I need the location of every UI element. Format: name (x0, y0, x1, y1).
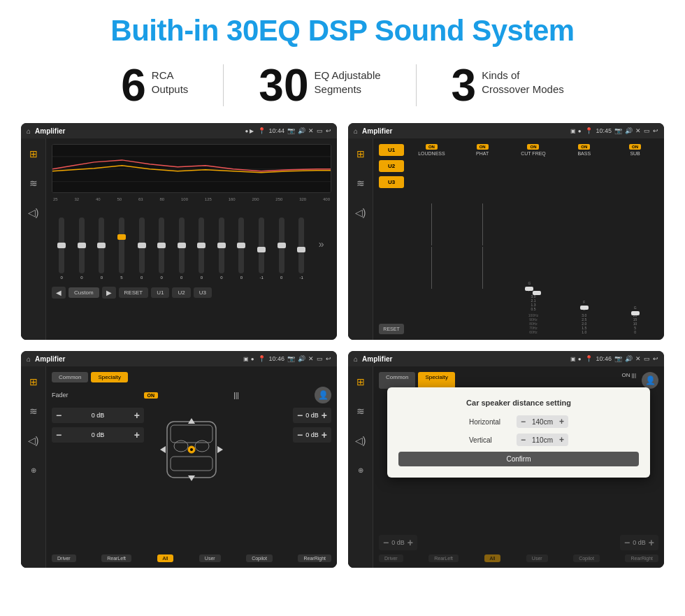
fader-controls-right: − 0 dB + − 0 dB + (239, 408, 331, 550)
fader-on-badge[interactable]: ON (144, 392, 159, 399)
home-icon-fader[interactable]: ⌂ (27, 355, 31, 363)
fader-tabs: Common Specialty (52, 372, 331, 382)
amp-u2-btn[interactable]: U2 (379, 160, 404, 172)
horizontal-plus-btn[interactable]: + (559, 417, 564, 427)
speaker-icon[interactable]: ◁) (25, 204, 42, 221)
stats-row: 6 RCA Outputs 30 EQ Adjustable Segments … (21, 63, 664, 108)
db-plus-rr[interactable]: + (322, 429, 327, 440)
fader-header-row: Fader ON ||| 👤 (52, 387, 331, 403)
surround-icon-dist[interactable]: ⊕ (352, 461, 369, 478)
eq-u3-btn[interactable]: U3 (194, 287, 212, 298)
back-icon-dist[interactable]: ↩ (653, 355, 658, 362)
rear-right-btn[interactable]: RearRight (298, 554, 331, 562)
wave-icon-fader[interactable]: ≋ (25, 403, 42, 420)
all-btn[interactable]: All (157, 554, 174, 562)
home-icon-dist[interactable]: ⌂ (354, 355, 358, 363)
vertical-plus-btn[interactable]: + (559, 435, 564, 445)
amp-u1-btn[interactable]: U1 (379, 144, 404, 156)
eq-reset-btn[interactable]: RESET (119, 287, 149, 298)
amp-u3-btn[interactable]: U3 (379, 176, 404, 188)
screen-amplifier: ⌂ Amplifier ▣ ● 📍 10:45 📷 🔊 ✕ ▭ ↩ ⊞ ≋ ◁) (348, 123, 664, 340)
location-icon-dist: 📍 (585, 355, 593, 362)
home-icon[interactable]: ⌂ (27, 127, 31, 135)
db-minus-rl[interactable]: − (56, 429, 62, 440)
db-plus-rl[interactable]: + (134, 429, 140, 440)
surround-icon-fader[interactable]: ⊕ (25, 461, 42, 478)
amp-channel-cutfreq: ON CUT FREQ G F (510, 144, 557, 334)
wave-icon-amp[interactable]: ≋ (352, 175, 369, 192)
dist-bottom: − 0 dB + − 0 dB + (379, 535, 658, 550)
speaker-icon-dist[interactable]: ◁) (352, 432, 369, 449)
screen-distance: ⌂ Amplifier ▣ ● 📍 10:46 📷 🔊 ✕ ▭ ↩ ⊞ ≋ ◁) (348, 351, 664, 568)
topbar-fader-icons: 📍 10:46 📷 🔊 ✕ ▭ ↩ (258, 355, 331, 362)
eq-u2-btn[interactable]: U2 (172, 287, 190, 298)
dist-tabs: Common Specialty ON ||| 👤 (379, 372, 658, 389)
fader-tab-common[interactable]: Common (52, 372, 88, 382)
amp-channel-bass: ON BASS F G (561, 144, 607, 334)
camera-icon-amp: 📷 (614, 127, 622, 134)
rear-left-btn[interactable]: RearLeft (101, 554, 131, 562)
home-icon-amp[interactable]: ⌂ (354, 127, 358, 135)
dist-person-icon: 👤 (642, 372, 658, 389)
user-btn[interactable]: User (199, 554, 221, 562)
dist-copilot-btn[interactable]: Copilot (573, 554, 600, 562)
location-icon-fader: 📍 (258, 355, 266, 362)
x-icon-dist: ✕ (635, 355, 641, 362)
eq-icon[interactable]: ⊞ (25, 145, 42, 162)
fader-body: − 0 dB + − 0 dB + (52, 408, 331, 550)
topbar-amp: ⌂ Amplifier ▣ ● 📍 10:45 📷 🔊 ✕ ▭ ↩ (348, 123, 664, 138)
db-minus-rr[interactable]: − (297, 429, 303, 440)
db-plus-fl[interactable]: + (134, 410, 140, 421)
speaker-icon-amp[interactable]: ◁) (352, 204, 369, 221)
db-minus-fl[interactable]: − (56, 410, 62, 421)
dot-icon: ● ▶ (245, 128, 254, 134)
camera-icon-dist: 📷 (614, 355, 622, 362)
dist-tab-common[interactable]: Common (379, 372, 415, 389)
confirm-btn[interactable]: Confirm (398, 452, 639, 466)
db-plus-fr[interactable]: + (322, 410, 327, 421)
eq-u1-btn[interactable]: U1 (151, 287, 169, 298)
driver-btn[interactable]: Driver (52, 554, 76, 562)
fader-bottom: Driver RearLeft All User Copilot RearRig… (52, 554, 331, 562)
amp-reset-btn[interactable]: RESET (379, 324, 404, 334)
fader-tab-specialty[interactable]: Specialty (91, 372, 127, 382)
dist-driver-btn[interactable]: Driver (379, 554, 403, 562)
copilot-btn[interactable]: Copilot (246, 554, 273, 562)
back-icon[interactable]: ↩ (326, 127, 331, 134)
stat-rca-number: 6 (121, 63, 146, 108)
wave-icon-dist[interactable]: ≋ (352, 403, 369, 420)
db-value-fr: 0 dB (305, 412, 319, 419)
eq-icon-amp[interactable]: ⊞ (352, 145, 369, 162)
eq-prev-btn[interactable]: ◀ (52, 287, 66, 299)
dist-rear-right-btn[interactable]: RearRight (625, 554, 658, 562)
eq-custom-btn[interactable]: Custom (68, 287, 99, 298)
eq-icon-dist[interactable]: ⊞ (352, 373, 369, 390)
cutfreq-on-badge[interactable]: ON (527, 144, 539, 150)
horizontal-value: 140cm (528, 418, 556, 426)
dist-all-btn[interactable]: All (484, 554, 501, 562)
eq-next-btn[interactable]: ▶ (102, 287, 116, 299)
loudness-slider (431, 158, 432, 334)
dist-rear-left-btn[interactable]: RearLeft (428, 554, 459, 562)
horizontal-minus-btn[interactable]: − (521, 417, 526, 427)
dot-icon-amp: ▣ ● (570, 128, 581, 134)
stat-eq-label2: Segments (315, 83, 381, 96)
cutfreq-label: CUT FREQ (521, 151, 546, 156)
wave-icon[interactable]: ≋ (25, 175, 42, 192)
x-icon-fader: ✕ (308, 355, 314, 362)
eq-more-icon[interactable]: » (319, 238, 324, 250)
back-icon-amp[interactable]: ↩ (653, 127, 658, 134)
speaker-icon-fader[interactable]: ◁) (25, 432, 42, 449)
dist-on-badge: ON ||| (622, 372, 636, 389)
phat-on-badge[interactable]: ON (477, 144, 489, 150)
loudness-on-badge[interactable]: ON (426, 144, 438, 150)
back-icon-fader[interactable]: ↩ (326, 355, 331, 362)
sub-on-badge[interactable]: ON (629, 144, 641, 150)
dist-user-btn[interactable]: User (526, 554, 548, 562)
dist-tab-specialty[interactable]: Specialty (418, 372, 454, 389)
eq-icon-fader[interactable]: ⊞ (25, 373, 42, 390)
db-minus-fr[interactable]: − (297, 410, 303, 421)
bass-on-badge[interactable]: ON (578, 144, 590, 150)
screen-eq-title: Amplifier (35, 127, 240, 135)
vertical-minus-btn[interactable]: − (521, 435, 526, 445)
